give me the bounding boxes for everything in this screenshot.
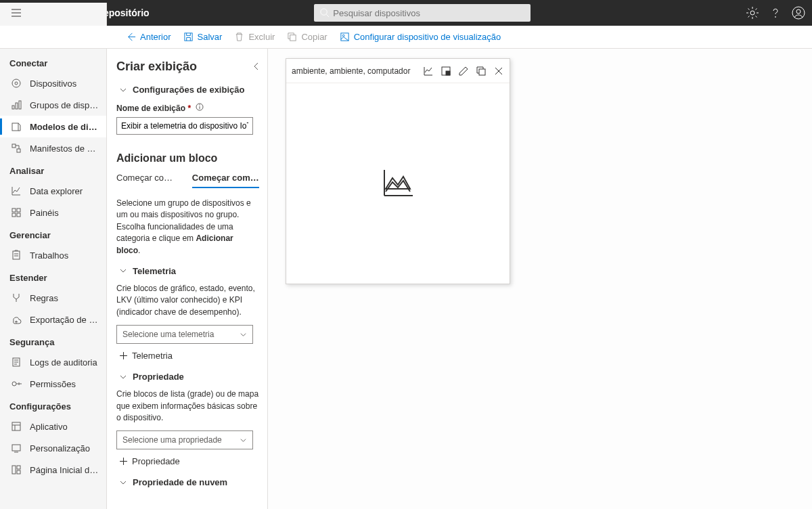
nav-dashboards[interactable]: Painéis — [0, 202, 106, 223]
svg-rect-25 — [13, 251, 20, 259]
panel-title: Criar exibição — [116, 60, 259, 74]
nav-device-groups[interactable]: Grupos de dispositivos — [0, 94, 106, 116]
nav-group-settings: Configurações — [0, 395, 106, 416]
settings-icon[interactable] — [746, 6, 759, 20]
svg-rect-24 — [17, 213, 20, 217]
svg-point-14 — [15, 82, 18, 85]
delete-label: Excluir — [248, 32, 275, 42]
tab-start-visual[interactable]: Começar com u... — [116, 173, 180, 188]
svg-rect-31 — [12, 445, 20, 451]
nav-devices[interactable]: Dispositivos — [0, 72, 106, 94]
tile-title: ambiente, ambiente, computador — [292, 66, 416, 76]
svg-point-13 — [12, 79, 20, 87]
nav-audit-logs[interactable]: Logs de auditoria — [0, 351, 106, 373]
svg-rect-17 — [19, 101, 21, 109]
chevron-down-icon — [240, 331, 247, 338]
nav-jobs[interactable]: Trabalhos — [0, 244, 106, 266]
back-label: Anterior — [140, 32, 171, 42]
nav-application[interactable]: Aplicativo — [0, 416, 106, 437]
svg-point-4 — [792, 7, 805, 19]
svg-rect-9 — [184, 33, 191, 41]
svg-line-1 — [327, 14, 330, 17]
svg-point-3 — [775, 17, 776, 18]
configure-preview-button[interactable]: Configurar dispositivo de visualização — [340, 32, 501, 42]
nav-iot-home[interactable]: Página Inicial do IoT C — [0, 459, 106, 481]
svg-rect-20 — [17, 149, 20, 152]
size-icon[interactable] — [441, 66, 451, 76]
label-display-name: Nome de exibição * — [116, 103, 259, 113]
left-nav: Conectar Dispositivos Grupos de disposit… — [0, 49, 107, 509]
tile-placeholder — [286, 83, 510, 284]
svg-rect-10 — [290, 35, 296, 41]
svg-point-0 — [321, 9, 327, 15]
svg-rect-23 — [12, 213, 16, 217]
svg-rect-28 — [12, 422, 20, 430]
info-icon[interactable] — [196, 104, 204, 113]
tab-start-data[interactable]: Começar com d... — [192, 173, 259, 188]
svg-rect-33 — [17, 466, 20, 469]
svg-rect-18 — [12, 123, 18, 131]
duplicate-icon[interactable] — [476, 66, 487, 76]
help-icon[interactable] — [769, 6, 782, 20]
nav-rules[interactable]: Regras — [0, 287, 106, 309]
svg-rect-15 — [12, 106, 14, 109]
nav-permissions[interactable]: Permissões — [0, 373, 106, 395]
nav-group-security: Segurança — [0, 330, 106, 351]
property-dropdown[interactable]: Selecione uma propriedade — [116, 430, 253, 449]
global-search[interactable] — [314, 4, 531, 22]
svg-rect-21 — [12, 208, 16, 212]
nav-group-extend: Estender — [0, 266, 106, 287]
section-cloud-property[interactable]: Propriedade de nuvem — [119, 477, 259, 487]
section-display-settings[interactable]: Configurações de exibição — [119, 85, 259, 95]
account-icon[interactable] — [792, 6, 805, 20]
save-button[interactable]: Salvar — [183, 32, 223, 42]
svg-rect-22 — [17, 208, 20, 212]
nav-group-connect: Conectar — [0, 51, 106, 72]
svg-point-2 — [750, 11, 754, 15]
nav-group-manage: Gerenciar — [0, 223, 106, 244]
svg-point-5 — [796, 9, 800, 14]
nav-edge-manifests[interactable]: Manifestos de borda — [0, 137, 106, 159]
svg-rect-44 — [479, 69, 485, 75]
search-icon — [319, 7, 330, 18]
copy-label: Copiar — [301, 32, 327, 42]
telemetry-dropdown[interactable]: Selecione uma telemetria — [116, 325, 253, 344]
add-telemetry-link[interactable]: Telemetria — [119, 351, 259, 361]
svg-rect-34 — [17, 470, 20, 474]
svg-rect-16 — [16, 103, 18, 109]
nav-device-templates[interactable]: Modelos de dispo... — [0, 116, 106, 137]
desc-telemetry: Crie blocos de gráfico, estado, evento, … — [116, 283, 259, 318]
config-panel: Criar exibição Configurações de exibição… — [107, 49, 268, 509]
back-button[interactable]: Anterior — [126, 32, 171, 42]
collapse-panel-icon[interactable] — [252, 61, 261, 73]
display-name-input[interactable] — [116, 117, 253, 135]
close-icon[interactable] — [493, 66, 504, 76]
edit-icon[interactable] — [458, 66, 469, 76]
save-label: Salvar — [198, 32, 223, 42]
chart-tile[interactable]: ambiente, ambiente, computador — [286, 58, 510, 284]
section-telemetry[interactable]: Telemetria — [119, 266, 259, 276]
section-property[interactable]: Propriedade — [119, 372, 259, 382]
chevron-down-icon — [240, 437, 247, 444]
configure-label: Configurar dispositivo de visualização — [354, 32, 501, 42]
view-canvas[interactable]: ambiente, ambiente, computador — [268, 49, 812, 509]
chart-type-icon[interactable] — [423, 66, 434, 76]
delete-button[interactable]: Excluir — [234, 32, 275, 42]
heading-add-block: Adicionar um bloco — [116, 152, 259, 164]
desc-instructions: Selecione um grupo de dispositivos e um … — [116, 198, 259, 257]
search-input[interactable] — [314, 4, 531, 22]
svg-rect-19 — [12, 144, 16, 148]
nav-customization[interactable]: Personalização — [0, 437, 106, 459]
add-property-link[interactable]: Propriedade — [119, 456, 259, 466]
nav-data-explorer[interactable]: Data explorer — [0, 180, 106, 202]
svg-point-12 — [342, 35, 344, 37]
nav-data-export[interactable]: Exportação de dados — [0, 309, 106, 330]
nav-group-analyze: Analisar — [0, 159, 106, 180]
svg-point-27 — [12, 382, 16, 386]
hamburger-icon[interactable] — [11, 7, 22, 21]
copy-button[interactable]: Copiar — [287, 32, 327, 42]
desc-property: Crie blocos de lista (grade) ou de mapa … — [116, 389, 259, 424]
svg-rect-32 — [12, 466, 16, 474]
svg-rect-43 — [446, 71, 450, 75]
svg-point-37 — [200, 105, 200, 106]
